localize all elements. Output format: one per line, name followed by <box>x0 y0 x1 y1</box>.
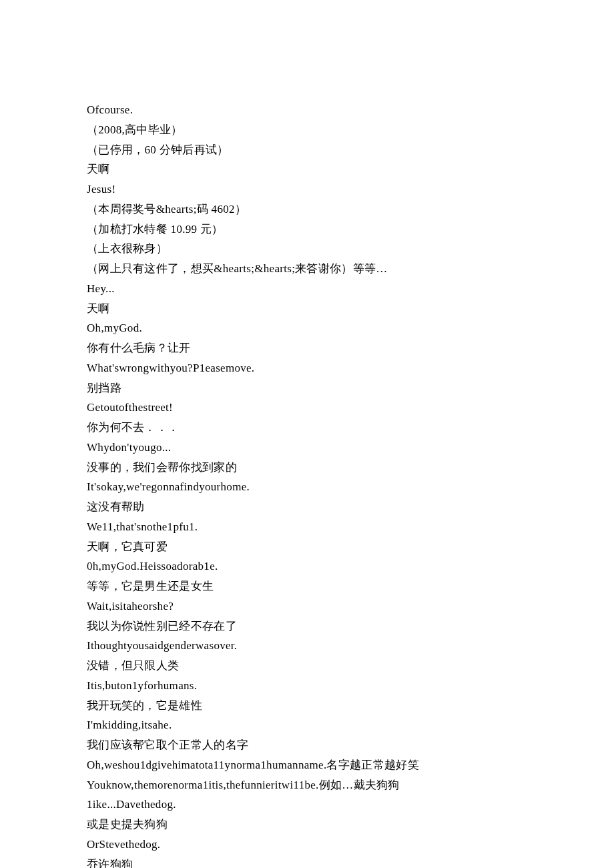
text-line: 我开玩笑的，它是雄性 <box>87 696 527 716</box>
text-line: （2008,高中毕业） <box>87 120 527 140</box>
text-line: 天啊，它真可爱 <box>87 537 527 557</box>
text-line: 你有什么毛病？让开 <box>87 338 527 358</box>
text-line: Oh,myGod. <box>87 318 527 338</box>
text-line: （本周得奖号&hearts;码 4602） <box>87 199 527 220</box>
text-line: 我以为你说性别已经不存在了 <box>87 616 527 636</box>
text-line: 别挡路 <box>87 378 527 398</box>
text-line: Wait,isitaheorshe? <box>87 596 527 616</box>
text-line: 1ike...Davethedog. <box>87 795 527 815</box>
text-line: Itis,buton1yforhumans. <box>87 676 527 696</box>
text-line: （网上只有这件了，想买&hearts;&hearts;来答谢你）等等… <box>87 259 527 279</box>
text-line: I'mkidding,itsahe. <box>87 715 527 735</box>
text-line: Ithoughtyousaidgenderwasover. <box>87 636 527 656</box>
text-line: 我们应该帮它取个正常人的名字 <box>87 735 527 755</box>
text-line: OrStevethedog. <box>87 835 527 855</box>
text-line: 乔许狗狗 <box>87 855 527 869</box>
text-line: 你为何不去．．． <box>87 418 527 438</box>
text-line: 天啊 <box>87 299 527 319</box>
text-line: Youknow,themorenorma1itis,thefunnieritwi… <box>87 775 527 795</box>
text-line: Getoutofthestreet! <box>87 398 527 418</box>
text-line: （已停用，60 分钟后再试） <box>87 140 527 160</box>
text-line: （上衣很称身） <box>87 239 527 259</box>
text-line: 或是史提夫狗狗 <box>87 815 527 835</box>
text-line: （加梳打水特餐 10.99 元） <box>87 220 527 240</box>
text-line: 这没有帮助 <box>87 497 527 517</box>
text-line: Hey... <box>87 279 527 299</box>
text-line: It'sokay,we'regonnafindyourhome. <box>87 477 527 497</box>
text-line: We11,that'snothe1pfu1. <box>87 517 527 537</box>
text-line: 0h,myGod.Heissoadorab1e. <box>87 556 527 576</box>
text-line: What'swrongwithyou?P1easemove. <box>87 358 527 378</box>
text-line: Jesus! <box>87 179 527 199</box>
document-text-container: Ofcourse.（2008,高中毕业）（已停用，60 分钟后再试）天啊Jesu… <box>87 100 527 868</box>
text-line: 等等，它是男生还是女生 <box>87 576 527 596</box>
text-line: Ofcourse. <box>87 100 527 120</box>
text-line: 没事的，我们会帮你找到家的 <box>87 458 527 478</box>
text-line: Oh,weshou1dgivehimatota11ynorma1humannam… <box>87 755 527 775</box>
text-line: Whydon'tyougo... <box>87 438 527 458</box>
text-line: 没错，但只限人类 <box>87 656 527 676</box>
text-line: 天啊 <box>87 159 527 179</box>
